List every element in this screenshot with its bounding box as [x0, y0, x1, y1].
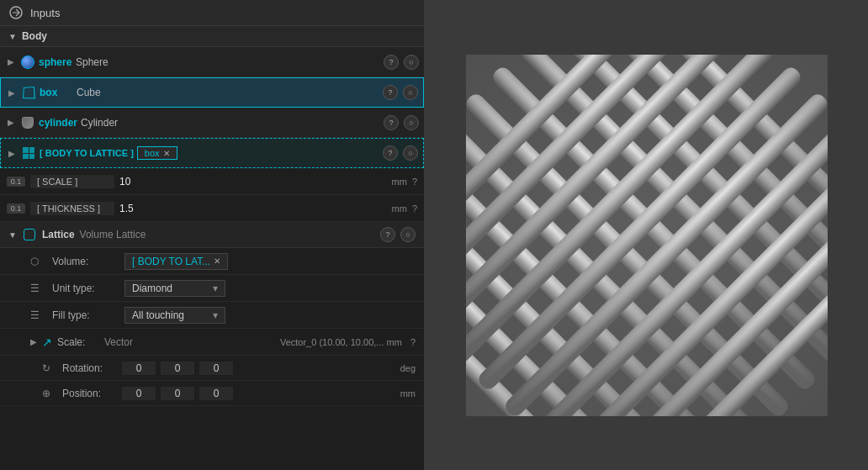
sphere-expand: ▶ — [5, 57, 17, 66]
node-row-cylinder[interactable]: ▶ cylinder Cylinder ? ○ — [0, 108, 424, 138]
scale-value[interactable]: 10 — [119, 176, 387, 187]
box-actions: ? ○ — [383, 85, 418, 100]
scale-vector-expand[interactable]: ▶ — [30, 337, 37, 346]
thickness-param-row: 0.1 [ THICKNESS ] 1.5 mm ? — [0, 195, 424, 222]
thickness-label: [ THICKNESS ] — [30, 202, 114, 215]
cylinder-circle-btn[interactable]: ○ — [404, 115, 419, 130]
scale-value-info: (10.00, 10.00,... — [319, 337, 384, 347]
btl-label: [ BODY TO LATTICE ] — [40, 148, 134, 158]
sphere-help-btn[interactable]: ? — [384, 55, 399, 70]
cylinder-label: cylinder — [39, 117, 77, 129]
btl-help-btn[interactable]: ? — [383, 145, 398, 161]
btl-actions: ? ○ — [383, 145, 418, 161]
panel-title: Inputs — [30, 7, 60, 19]
rotation-row: ↻ Rotation: 0 0 0 deg — [0, 356, 424, 381]
lattice-subtitle: Volume Lattice — [80, 229, 146, 240]
rotation-icon: ↻ — [42, 362, 57, 374]
scale-vector-icon: ↗ — [42, 335, 52, 349]
scale-vector-help[interactable]: ? — [410, 337, 415, 347]
lattice-unittype-row: ☰ Unit type: Diamond ▾ — [0, 275, 424, 302]
thickness-help[interactable]: ? — [412, 203, 417, 214]
position-row: ⊕ Position: 0 0 0 mm — [0, 381, 424, 406]
sphere-icon — [20, 55, 35, 70]
lattice-header-actions: ? ○ — [380, 227, 415, 242]
scale-vector-label: Scale: — [57, 336, 99, 348]
scale-unit: mm — [387, 337, 402, 347]
position-val3[interactable]: 0 — [199, 387, 233, 400]
filltype-arrow: ▾ — [213, 309, 218, 321]
unittype-dropdown[interactable]: Diamond ▾ — [124, 280, 225, 297]
node-row-box[interactable]: ▶ box Cube ? ○ — [0, 77, 424, 108]
box-expand: ▶ — [6, 88, 18, 98]
scale-param-row: 0.1 [ SCALE ] 10 mm ? — [0, 168, 424, 195]
svg-rect-27 — [466, 55, 828, 416]
rotation-val1[interactable]: 0 — [122, 362, 156, 375]
scale-badge: 0.1 — [7, 177, 25, 187]
box-help-btn[interactable]: ? — [383, 85, 398, 100]
node-row-body-to-lattice[interactable]: ▶ [ BODY TO LATTICE ] box ✕ ? ○ — [0, 138, 424, 168]
box-name: Cube — [77, 87, 379, 98]
inputs-icon — [8, 5, 24, 20]
filltype-label: Fill type: — [52, 309, 119, 321]
cylinder-name: Cylinder — [81, 117, 380, 129]
lattice-header[interactable]: ▼ Lattice Volume Lattice ? ○ — [0, 222, 424, 248]
lattice-preview-svg — [466, 55, 828, 416]
panel-header: Inputs — [0, 0, 424, 26]
body-section-header[interactable]: ▼ Body — [0, 26, 424, 47]
btl-tag-label: box — [145, 148, 160, 158]
sphere-name: Sphere — [76, 56, 380, 68]
left-panel: Inputs ▼ Body ▶ sphere Sphere ? ○ ▶ box … — [0, 0, 425, 470]
filltype-dropdown[interactable]: All touching ▾ — [124, 307, 225, 324]
unittype-label: Unit type: — [52, 283, 119, 294]
rotation-val3[interactable]: 0 — [199, 362, 233, 375]
cylinder-actions: ? ○ — [384, 115, 419, 130]
btl-icon — [21, 145, 36, 161]
scale-vector-row: ▶ ↗ Scale: Vector Vector_0 (10.00, 10.00… — [0, 329, 424, 356]
box-icon — [21, 85, 36, 100]
thickness-badge: 0.1 — [7, 203, 25, 214]
volume-value: [ BODY TO LAT... ✕ — [124, 253, 228, 270]
sphere-label: sphere — [39, 56, 72, 68]
scale-vector-info: Vector_0 (10.00, 10.00,... mm — [280, 337, 402, 347]
thickness-unit: mm — [392, 203, 407, 214]
position-val2[interactable]: 0 — [161, 387, 194, 400]
lattice-volume-row: ⬡ Volume: [ BODY TO LAT... ✕ — [0, 248, 424, 275]
volume-connected-node[interactable]: [ BODY TO LAT... ✕ — [124, 253, 228, 270]
thickness-value[interactable]: 1.5 — [119, 203, 387, 214]
box-circle-btn[interactable]: ○ — [403, 85, 418, 100]
btl-tag-close[interactable]: ✕ — [163, 149, 170, 158]
filltype-value: All touching — [132, 309, 184, 321]
lattice-circle-btn[interactable]: ○ — [400, 227, 415, 242]
btl-circle-btn[interactable]: ○ — [403, 145, 418, 161]
lattice-section: ▼ Lattice Volume Lattice ? ○ ⬡ Volume: [… — [0, 222, 424, 406]
scale-label: [ SCALE ] — [30, 175, 114, 188]
rotation-unit: deg — [400, 363, 415, 373]
unittype-arrow: ▾ — [213, 283, 218, 294]
scale-help[interactable]: ? — [412, 177, 417, 187]
node-row-sphere[interactable]: ▶ sphere Sphere ? ○ — [0, 47, 424, 77]
filltype-icon: ☰ — [30, 309, 47, 321]
lattice-title: Lattice — [42, 229, 75, 240]
volume-node-label: [ BODY TO LAT... — [132, 256, 210, 267]
position-icon: ⊕ — [42, 388, 57, 399]
volume-node-close[interactable]: ✕ — [214, 256, 220, 266]
cylinder-expand: ▶ — [5, 118, 17, 127]
box-label: box — [40, 87, 73, 98]
lattice-help-btn[interactable]: ? — [380, 227, 395, 242]
position-val1[interactable]: 0 — [122, 387, 156, 400]
position-unit: mm — [400, 388, 415, 399]
cylinder-help-btn[interactable]: ? — [384, 115, 399, 130]
cylinder-icon — [20, 115, 35, 130]
btl-tag: box ✕ — [137, 146, 177, 160]
unittype-icon: ☰ — [30, 283, 47, 294]
sphere-circle-btn[interactable]: ○ — [404, 55, 419, 70]
lattice-filltype-row: ☰ Fill type: All touching ▾ — [0, 302, 424, 329]
rotation-val2[interactable]: 0 — [161, 362, 194, 375]
preview-panel — [425, 0, 868, 470]
volume-label: Volume: — [52, 256, 119, 267]
scale-value-name: Vector_0 — [280, 337, 316, 347]
scale-unit: mm — [392, 177, 407, 187]
lattice-section-icon — [22, 227, 37, 242]
preview-canvas — [466, 55, 828, 416]
unittype-value: Diamond — [132, 283, 172, 294]
